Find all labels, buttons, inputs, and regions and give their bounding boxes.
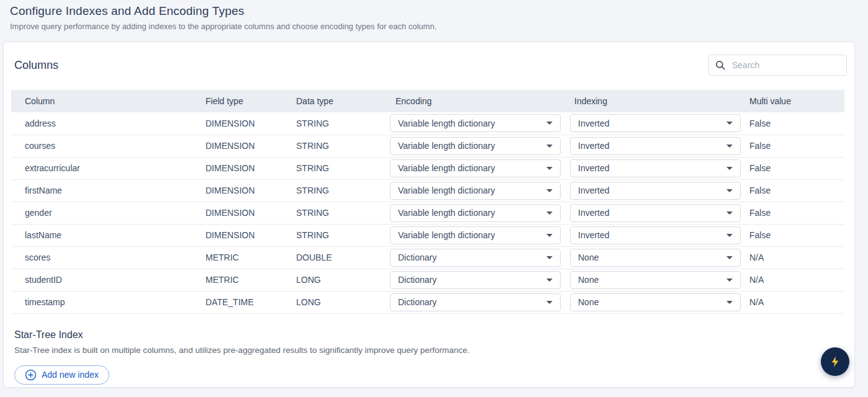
data-type: STRING <box>296 208 329 218</box>
columns-card-header: Columns <box>14 54 847 76</box>
star-tree-description: Star-Tree index is built on multiple col… <box>14 346 847 355</box>
chevron-down-icon <box>546 234 553 237</box>
header-data-type: Data type <box>296 90 390 112</box>
chevron-down-icon <box>726 279 733 282</box>
field-type: DIMENSION <box>206 185 255 195</box>
star-tree-title: Star-Tree Index <box>14 329 847 341</box>
indexing-select[interactable]: Inverted <box>570 159 741 177</box>
field-type: DIMENSION <box>206 141 255 151</box>
add-new-index-button[interactable]: Add new index <box>14 365 109 385</box>
encoding-select-value: Variable length dictionary <box>398 163 495 173</box>
chevron-down-icon <box>726 122 733 125</box>
encoding-select[interactable]: Variable length dictionary <box>390 182 561 200</box>
indexing-select[interactable]: Inverted <box>570 137 741 155</box>
header-multi-value: Multi value <box>749 90 844 112</box>
chevron-down-icon <box>726 256 733 259</box>
encoding-select[interactable]: Dictionary <box>390 293 561 311</box>
chevron-down-icon <box>726 189 733 192</box>
indexing-select-value: Inverted <box>578 163 610 173</box>
chevron-down-icon <box>726 212 733 215</box>
chevron-down-icon <box>546 301 553 304</box>
add-new-index-label: Add new index <box>42 370 99 380</box>
search-icon <box>715 60 725 70</box>
multi-value: False <box>749 230 771 240</box>
encoding-select[interactable]: Variable length dictionary <box>390 137 561 155</box>
indexing-select[interactable]: Inverted <box>570 226 741 244</box>
indexing-select[interactable]: None <box>570 249 741 267</box>
data-type: LONG <box>296 297 321 307</box>
header-field-type: Field type <box>206 90 296 112</box>
indexing-select-value: None <box>578 252 599 262</box>
encoding-select[interactable]: Dictionary <box>390 249 561 267</box>
encoding-select-value: Dictionary <box>398 297 436 307</box>
chevron-down-icon <box>726 167 733 170</box>
chevron-down-icon <box>546 279 553 282</box>
columns-table-wrap: Column Field type Data type Encoding Ind… <box>11 90 847 314</box>
indexing-select[interactable]: Inverted <box>570 204 741 222</box>
column-name: firstName <box>25 185 62 195</box>
data-type: STRING <box>296 118 329 128</box>
data-type: STRING <box>296 185 329 195</box>
quick-actions-fab[interactable] <box>821 347 849 376</box>
encoding-select-value: Dictionary <box>398 275 436 285</box>
table-row: studentID METRIC LONG Dictionary None N/… <box>11 269 844 291</box>
encoding-select[interactable]: Variable length dictionary <box>390 114 561 132</box>
indexing-select-value: None <box>578 297 599 307</box>
page-title: Configure Indexes and Add Encoding Types <box>10 4 858 18</box>
search-box[interactable] <box>708 55 847 76</box>
multi-value: False <box>749 163 771 173</box>
chevron-down-icon <box>546 167 553 170</box>
chevron-down-icon <box>726 301 733 304</box>
table-header-row: Column Field type Data type Encoding Ind… <box>11 90 844 112</box>
encoding-select[interactable]: Dictionary <box>390 271 561 289</box>
header-indexing: Indexing <box>570 90 749 112</box>
encoding-select[interactable]: Variable length dictionary <box>390 226 561 244</box>
chevron-down-icon <box>546 256 553 259</box>
lightning-bolt-icon <box>828 355 842 368</box>
encoding-select-value: Variable length dictionary <box>398 208 495 218</box>
star-tree-section: Star-Tree Index Star-Tree index is built… <box>14 329 847 385</box>
encoding-select[interactable]: Variable length dictionary <box>390 159 561 177</box>
columns-table: Column Field type Data type Encoding Ind… <box>11 90 844 314</box>
data-type: STRING <box>296 163 329 173</box>
column-name: scores <box>25 252 50 262</box>
encoding-select-value: Dictionary <box>398 252 436 262</box>
data-type: LONG <box>296 275 321 285</box>
column-name: timestamp <box>25 297 65 307</box>
indexing-select[interactable]: Inverted <box>570 114 741 132</box>
field-type: DIMENSION <box>206 163 255 173</box>
field-type: DATE_TIME <box>206 297 254 307</box>
field-type: DIMENSION <box>206 118 255 128</box>
data-type: STRING <box>296 230 329 240</box>
multi-value: N/A <box>749 252 764 262</box>
column-name: gender <box>25 208 52 218</box>
search-input[interactable] <box>731 60 840 71</box>
indexing-select-value: Inverted <box>578 141 610 151</box>
multi-value: False <box>749 208 771 218</box>
indexing-select[interactable]: None <box>570 293 741 311</box>
chevron-down-icon <box>546 212 553 215</box>
table-row: extracurricular DIMENSION STRING Variabl… <box>11 157 844 179</box>
data-type: DOUBLE <box>296 252 332 262</box>
plus-circle-icon <box>25 369 37 381</box>
table-row: scores METRIC DOUBLE Dictionary None N/A <box>11 246 844 269</box>
encoding-select-value: Variable length dictionary <box>398 230 495 240</box>
header-column: Column <box>11 90 206 112</box>
indexing-select-value: Inverted <box>578 118 610 128</box>
chevron-down-icon <box>726 145 733 148</box>
table-row: courses DIMENSION STRING Variable length… <box>11 135 844 157</box>
data-type: STRING <box>296 141 329 151</box>
field-type: METRIC <box>206 252 239 262</box>
indexing-select-value: Inverted <box>578 230 610 240</box>
column-name: courses <box>25 141 55 151</box>
column-name: extracurricular <box>25 163 80 173</box>
multi-value: False <box>749 118 771 128</box>
columns-card-title: Columns <box>14 59 58 72</box>
indexing-select-value: Inverted <box>578 185 610 195</box>
indexing-select[interactable]: Inverted <box>570 182 741 200</box>
indexing-select[interactable]: None <box>570 271 741 289</box>
table-row: timestamp DATE_TIME LONG Dictionary None… <box>11 291 844 313</box>
multi-value: False <box>749 141 771 151</box>
encoding-select[interactable]: Variable length dictionary <box>390 204 561 222</box>
multi-value: N/A <box>749 275 764 285</box>
